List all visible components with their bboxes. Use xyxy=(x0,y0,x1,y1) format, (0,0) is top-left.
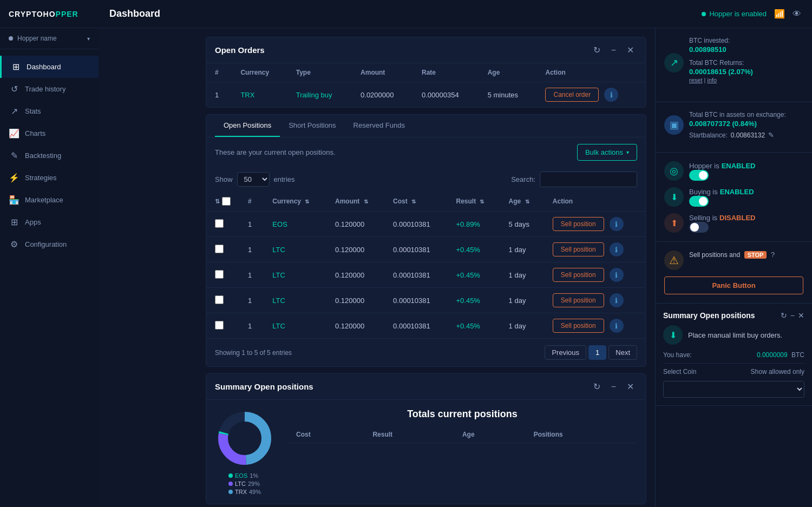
eye-icon[interactable]: 👁 xyxy=(793,9,801,19)
search-input[interactable] xyxy=(540,172,637,187)
row-select-checkbox[interactable] xyxy=(215,270,224,279)
pagination: Showing 1 to 5 of 5 entries Previous 1 N… xyxy=(206,338,646,366)
positions-table-container: ⇅ # Currency ⇅ Amount ⇅ Cost ⇅ Result ⇅ … xyxy=(206,192,646,338)
sidebar-item-trade-history[interactable]: ↺ Trade history xyxy=(0,78,99,100)
sidebar-item-stats[interactable]: ↗ Stats xyxy=(0,100,99,122)
position-info-button[interactable]: ℹ xyxy=(610,293,624,307)
next-button[interactable]: Next xyxy=(608,345,637,360)
action-cell: Cancel order ℹ xyxy=(545,88,637,102)
cancel-order-button[interactable]: Cancel order xyxy=(545,88,599,102)
sidebar-item-label: Marketplace xyxy=(25,196,63,204)
row-select-checkbox[interactable] xyxy=(215,321,224,330)
info-button[interactable]: ℹ xyxy=(604,88,618,102)
sell-position-button[interactable]: Sell position xyxy=(553,319,604,333)
total-btc-card: ▣ Total BTC in assets on exchange: 0.008… xyxy=(656,102,812,153)
row-cost: 0.00010381 xyxy=(384,313,447,339)
previous-button[interactable]: Previous xyxy=(545,345,586,360)
sell-position-button[interactable]: Sell position xyxy=(553,217,604,231)
tab-reserved-funds[interactable]: Reserved Funds xyxy=(345,115,414,137)
chevron-down-icon: ▾ xyxy=(626,149,629,155)
position-info-button[interactable]: ℹ xyxy=(610,217,624,231)
order-rate: 0.00000354 xyxy=(413,82,479,108)
open-orders-card: Open Orders ↻ − ✕ # Currency Type Amount xyxy=(206,37,646,108)
select-all-checkbox[interactable] xyxy=(222,197,231,206)
row-amount: 0.120000 xyxy=(326,288,384,313)
help-icon[interactable]: ? xyxy=(771,251,775,259)
configuration-icon: ⚙ xyxy=(9,239,19,249)
refresh-button[interactable]: ↻ xyxy=(590,44,604,56)
positions-description: These are your current open positions. xyxy=(215,148,336,156)
info-link[interactable]: info xyxy=(707,77,717,83)
svg-point-4 xyxy=(229,423,260,454)
col-age: Age ⇅ xyxy=(500,192,544,212)
row-amount: 0.120000 xyxy=(326,262,384,288)
summary-refresh-button[interactable]: ↻ xyxy=(590,380,604,393)
positions-controls: Show 50 25 100 entries Search: xyxy=(206,167,646,192)
warning-icon-container: ⚠ xyxy=(664,251,684,270)
position-info-button[interactable]: ℹ xyxy=(610,319,624,333)
buying-toggle[interactable] xyxy=(689,196,709,207)
btc-header-row: ↗ BTC invested: 0.00898510 Total BTC Ret… xyxy=(664,37,803,89)
sidebar-item-label: Dashboard xyxy=(27,63,61,71)
row-result: +0.45% xyxy=(447,288,500,313)
sidebar-item-dashboard[interactable]: ⊞ Dashboard xyxy=(0,56,99,78)
sell-position-button[interactable]: Sell position xyxy=(553,242,604,256)
bulk-actions-button[interactable]: Bulk actions ▾ xyxy=(577,144,637,161)
summary-close-button[interactable]: ✕ xyxy=(624,380,637,393)
sell-position-button[interactable]: Sell position xyxy=(553,293,604,307)
close-button[interactable]: ✕ xyxy=(624,44,637,56)
col-amount: Amount xyxy=(352,63,413,82)
summary-close-btn[interactable]: ✕ xyxy=(798,311,804,320)
row-select-checkbox[interactable] xyxy=(215,245,224,253)
tab-open-positions[interactable]: Open Positions xyxy=(215,115,280,137)
tab-short-positions[interactable]: Short Positions xyxy=(280,115,344,137)
page-1-button[interactable]: 1 xyxy=(588,345,606,360)
row-cost: 0.00010381 xyxy=(384,237,447,262)
sidebar-item-marketplace[interactable]: 🏪 Marketplace xyxy=(0,189,99,211)
entries-select[interactable]: 50 25 100 xyxy=(237,172,270,187)
buying-status-info: Buying is ENABLED xyxy=(689,188,803,207)
wifi-icon[interactable]: 📶 xyxy=(774,9,785,19)
row-result: +0.45% xyxy=(447,262,500,288)
col-age: Age xyxy=(479,63,537,82)
reset-link[interactable]: reset xyxy=(689,77,702,83)
row-result: +0.45% xyxy=(447,237,500,262)
total-btc-value: 0.008707372 (0.84%) xyxy=(689,120,786,128)
panic-section: ⚠ Sell positions and STOP ? Panic Button xyxy=(656,242,812,304)
row-age: 1 day xyxy=(500,237,544,262)
summary-refresh-btn[interactable]: ↻ xyxy=(781,311,787,320)
sell-position-button[interactable]: Sell position xyxy=(553,268,604,282)
edit-icon[interactable]: ✎ xyxy=(768,131,774,139)
sidebar-item-strategies[interactable]: ⚡ Strategies xyxy=(0,167,99,189)
row-cost: 0.00010381 xyxy=(384,212,447,237)
row-select-checkbox[interactable] xyxy=(215,295,224,304)
summary-min-btn[interactable]: − xyxy=(790,311,795,320)
row-age: 1 day xyxy=(500,262,544,288)
action-cell: Sell position ℹ xyxy=(553,217,637,231)
sidebar-item-configuration[interactable]: ⚙ Configuration xyxy=(0,233,99,255)
sidebar-item-charts[interactable]: 📈 Charts xyxy=(0,122,99,144)
panic-button[interactable]: Panic Button xyxy=(664,276,803,294)
positions-tabs: Open Positions Short Positions Reserved … xyxy=(206,115,646,137)
row-result: +0.89% xyxy=(447,212,500,237)
totals-col-positions: Positions xyxy=(525,426,637,443)
open-orders-header: Open Orders ↻ − ✕ xyxy=(206,37,646,63)
hopper-toggle[interactable] xyxy=(689,170,709,181)
col-result: Result ⇅ xyxy=(447,192,500,212)
col-rate: Rate xyxy=(413,63,479,82)
hopper-name-selector[interactable]: Hopper name ▾ xyxy=(0,28,99,49)
hopper-status-row: ◎ Hopper is ENABLED xyxy=(664,161,803,181)
show-entries: Show 50 25 100 entries xyxy=(215,172,295,187)
buying-status-row: ⬇ Buying is ENABLED xyxy=(664,187,803,207)
position-info-button[interactable]: ℹ xyxy=(610,242,624,256)
selling-toggle[interactable] xyxy=(689,222,709,233)
sidebar-item-label: Backtesting xyxy=(25,152,61,160)
sidebar-item-apps[interactable]: ⊞ Apps xyxy=(0,211,99,233)
summary-minimize-button[interactable]: − xyxy=(608,380,619,393)
coin-select[interactable] xyxy=(663,381,804,398)
sidebar-item-backtesting[interactable]: ✎ Backtesting xyxy=(0,144,99,167)
row-select-checkbox[interactable] xyxy=(215,219,224,228)
minimize-button[interactable]: − xyxy=(608,44,619,56)
position-info-button[interactable]: ℹ xyxy=(610,268,624,282)
trend-icon: ↗ xyxy=(664,53,684,73)
